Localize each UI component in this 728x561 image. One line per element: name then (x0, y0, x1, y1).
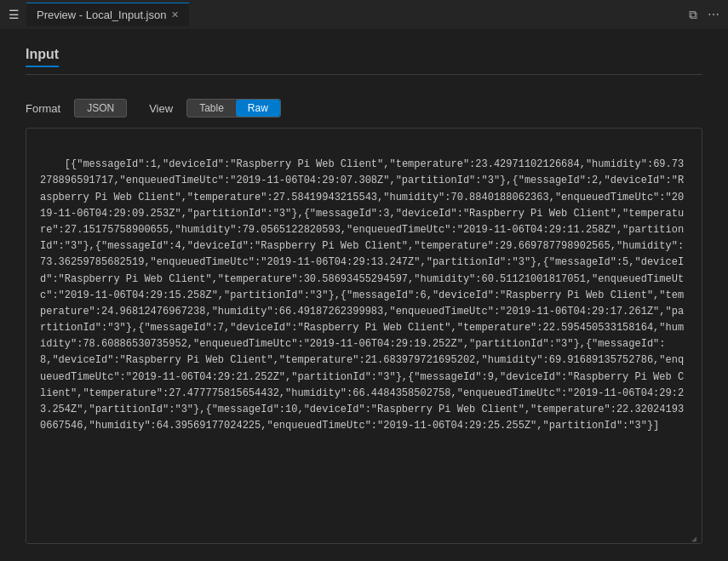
title-bar-left: ☰ Preview - Local_Input.json ✕ (9, 3, 189, 26)
format-label: Format (26, 102, 60, 115)
json-text: [{"messageId":1,"deviceId":"Raspberry Pi… (40, 158, 684, 432)
hamburger-icon[interactable]: ☰ (9, 8, 20, 21)
title-bar: ☰ Preview - Local_Input.json ✕ ⧉ ⋯ (0, 0, 728, 30)
table-view-button[interactable]: Table (187, 100, 236, 117)
more-actions-icon[interactable]: ⋯ (708, 8, 719, 21)
title-bar-right: ⧉ ⋯ (689, 8, 719, 22)
json-content-area[interactable]: [{"messageId":1,"deviceId":"Raspberry Pi… (26, 128, 702, 544)
editor-tab[interactable]: Preview - Local_Input.json ✕ (26, 3, 189, 26)
tab-close-icon[interactable]: ✕ (171, 9, 179, 20)
toolbar: Format JSON View Table Raw (26, 99, 702, 117)
header-divider (26, 74, 702, 75)
resize-handle[interactable]: ◢ (691, 533, 700, 541)
view-label: View (149, 102, 173, 115)
section-title: Input (26, 47, 59, 67)
split-editor-icon[interactable]: ⧉ (689, 8, 697, 22)
raw-view-button[interactable]: Raw (236, 100, 280, 117)
tab-title: Preview - Local_Input.json (37, 9, 166, 21)
view-btn-group: Table Raw (186, 99, 281, 117)
format-json-button[interactable]: JSON (74, 99, 127, 117)
section-header: Input (26, 47, 702, 67)
main-content: Input Format JSON View Table Raw [{"mess… (0, 30, 728, 561)
